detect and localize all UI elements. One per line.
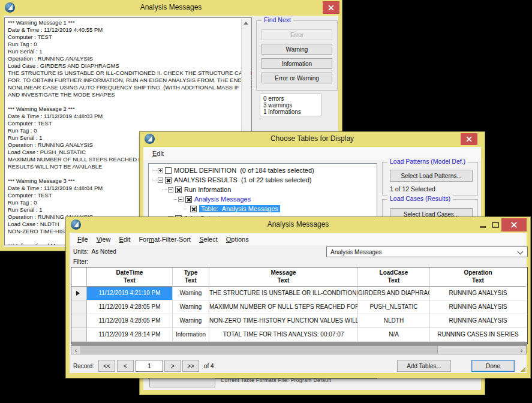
- menu-edit[interactable]: Edit: [115, 236, 134, 243]
- collapse-icon[interactable]: [168, 187, 173, 193]
- cell-loadcase[interactable]: NLDTH: [358, 314, 430, 328]
- select-load-patterns-button[interactable]: Select Load Patterns...: [390, 170, 473, 182]
- log-line: Load Case : GIRDERS AND DIAPHRAGMS: [8, 62, 241, 70]
- find-error-button[interactable]: Error: [262, 29, 332, 40]
- tree-item-analysis-results[interactable]: ANALYSIS RESULTS (1 of 22 tables selecte…: [149, 175, 377, 185]
- last-record-button[interactable]: >>: [182, 360, 199, 372]
- previous-record-button[interactable]: <: [117, 360, 134, 372]
- done-button[interactable]: Done: [471, 360, 515, 372]
- header-message[interactable]: MessageText: [209, 267, 358, 287]
- scroll-left-icon[interactable]: ‹: [71, 346, 80, 354]
- collapse-icon[interactable]: [178, 197, 184, 202]
- close-button[interactable]: [501, 218, 527, 231]
- scroll-right-icon[interactable]: ›: [517, 346, 526, 354]
- close-icon: [501, 218, 527, 231]
- expand-icon[interactable]: [158, 168, 163, 173]
- cell-loadcase[interactable]: PUSH_NLSTATIC: [358, 300, 430, 314]
- window-title: Choose Tables for Display: [140, 134, 485, 143]
- titlebar[interactable]: Choose Tables for Display: [140, 132, 485, 147]
- log-line: NONLINEAR CASE USING AUTO FREQUENCY SHIF…: [8, 84, 241, 91]
- close-icon: [461, 133, 477, 145]
- cell-operation[interactable]: RUNNING ANALYSIS: [430, 300, 526, 314]
- cell-message[interactable]: THE STRUCTURE IS UNSTABLE OR ILL-CONDITI…: [209, 287, 358, 300]
- tree-connector: [152, 170, 157, 171]
- log-line: Run Tag : 0: [8, 41, 241, 48]
- cell-operation[interactable]: RUNNING ANALYSIS: [430, 287, 526, 300]
- message-counts-box: 0 errors3 warnings1 informations: [260, 94, 321, 116]
- checkbox-checked[interactable]: [175, 187, 182, 193]
- cell-message[interactable]: TOTAL TIME FOR THIS ANALYSIS: 00:07:07: [209, 328, 358, 342]
- find-information-button[interactable]: Information: [262, 58, 332, 69]
- cell-type[interactable]: Information: [173, 328, 209, 342]
- cell-operation[interactable]: RUNNING CASES IN SERIES: [430, 328, 526, 342]
- load-patterns-label: Load Patterns (Model Def.): [387, 158, 468, 165]
- cell-message[interactable]: NON-ZERO TIME-HISTORY FUNCTION VALUES WI…: [209, 314, 358, 328]
- log-line: [8, 98, 241, 106]
- menu-format-filter-sort[interactable]: Format-Filter-Sort: [134, 236, 195, 243]
- tree-item-table-analysis-messages[interactable]: Table: Analysis Messages: [149, 204, 377, 213]
- header-type[interactable]: TypeText: [173, 267, 209, 287]
- row-selector[interactable]: [71, 300, 87, 314]
- row-selector[interactable]: [71, 328, 87, 342]
- log-line: Operation : RUNNING ANALYSIS: [8, 55, 241, 62]
- cell-type[interactable]: Warning: [173, 300, 209, 314]
- row-selector[interactable]: [71, 314, 87, 328]
- titlebar[interactable]: Analysis Messages: [66, 217, 530, 233]
- checkbox-unchecked[interactable]: [165, 167, 172, 174]
- close-button[interactable]: [461, 133, 477, 145]
- scroll-up-icon[interactable]: [244, 22, 248, 25]
- menu-file[interactable]: File: [73, 236, 92, 243]
- titlebar[interactable]: Analysis Messages: [0, 0, 342, 16]
- menu-edit[interactable]: Edit: [148, 150, 168, 157]
- find-next-label: Find Next: [262, 16, 293, 23]
- minimize-button[interactable]: [480, 226, 486, 228]
- cell-datetime[interactable]: 11/12/2019 4:28:05 PM: [87, 300, 173, 314]
- table-select-value: Analysis Messages: [330, 249, 382, 255]
- log-line: Date & Time : 11/12/2019 4:48:03 PM: [8, 113, 241, 120]
- cell-type[interactable]: Warning: [173, 314, 209, 328]
- cell-loadcase[interactable]: N/A: [358, 328, 430, 342]
- record-number-input[interactable]: [136, 360, 163, 372]
- tree-item-run-information[interactable]: Run Information: [149, 185, 377, 194]
- add-tables-button[interactable]: Add Tables...: [397, 360, 451, 372]
- tree-item-model-definition[interactable]: MODEL DEFINITION (0 of 184 tables select…: [149, 166, 377, 175]
- scrollbar-thumb[interactable]: [80, 346, 438, 354]
- data-table: DateTimeText TypeText MessageText LoadCa…: [71, 267, 528, 344]
- checkbox-checked[interactable]: [185, 196, 192, 203]
- tree-connector: [163, 190, 167, 190]
- first-record-button[interactable]: <<: [98, 360, 115, 372]
- current-record-icon: [76, 291, 80, 296]
- cell-type[interactable]: Warning: [173, 287, 209, 300]
- header-datetime[interactable]: DateTimeText: [87, 267, 173, 287]
- header-loadcase[interactable]: LoadCaseText: [358, 267, 430, 287]
- cell-operation[interactable]: RUNNING ANALYSIS: [430, 314, 526, 328]
- close-button[interactable]: [323, 1, 339, 14]
- header-operation[interactable]: OperationText: [430, 267, 526, 287]
- cell-datetime[interactable]: 11/12/2019 4:21:10 PM: [87, 287, 173, 300]
- tree-connector: [173, 199, 177, 200]
- checkbox-checked[interactable]: [190, 206, 197, 212]
- next-record-button[interactable]: >: [164, 360, 181, 372]
- cell-datetime[interactable]: 11/12/2019 4:28:14 PM: [87, 328, 173, 342]
- table-formats-file-text: Current Table Formats File: Program Defa…: [221, 377, 331, 383]
- record-label: Record:: [73, 363, 94, 369]
- cell-message[interactable]: MAXIMUM NUMBER OF NULL STEPS REACHED FOR…: [209, 300, 358, 314]
- tree-item-analysis-messages[interactable]: Analysis Messages: [149, 194, 377, 204]
- horizontal-scrollbar[interactable]: ‹ ›: [71, 345, 527, 354]
- menu-options[interactable]: Options: [222, 236, 253, 243]
- row-selector[interactable]: [71, 287, 87, 300]
- maximize-button[interactable]: [492, 222, 499, 228]
- resize-grip[interactable]: [521, 367, 525, 372]
- cell-datetime[interactable]: 11/12/2019 4:28:05 PM: [87, 314, 173, 328]
- menu-view[interactable]: View: [92, 236, 115, 243]
- log-line: Computer : TEST: [8, 34, 241, 41]
- table-select-dropdown[interactable]: Analysis Messages: [326, 246, 528, 257]
- find-warning-button[interactable]: Warning: [262, 44, 332, 55]
- units-label: Units: As Noted: [73, 248, 116, 255]
- checkbox-checked[interactable]: [165, 177, 172, 184]
- menu-select[interactable]: Select: [195, 236, 222, 243]
- header-row-selector: [71, 267, 87, 287]
- find-error-or-warning-button[interactable]: Error or Warning: [262, 73, 332, 83]
- cell-loadcase[interactable]: GIRDERS AND DIAPHRAGMS: [358, 287, 430, 300]
- collapse-icon[interactable]: [158, 178, 163, 183]
